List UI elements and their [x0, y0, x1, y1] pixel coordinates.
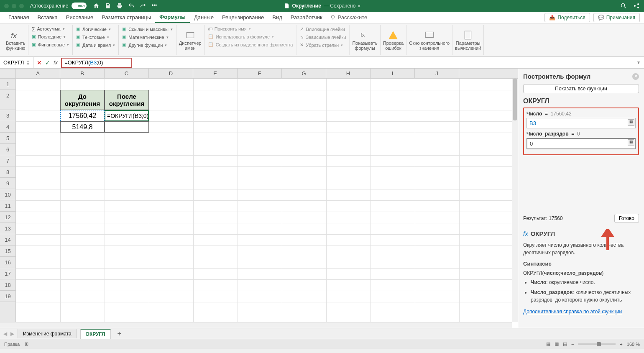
col-header-d[interactable]: D — [149, 69, 193, 78]
share-button[interactable]: 📤Поделиться — [544, 13, 590, 22]
recent-button[interactable]: ▣Последние — [31, 33, 70, 41]
vertical-scrollbar[interactable] — [512, 79, 518, 322]
define-name-button[interactable]: 🏷Присвоить имя — [207, 25, 294, 33]
spreadsheet-grid[interactable]: A B C D E F G H I J 1 2 3 4 5 6 7 8 9 10 — [0, 69, 518, 328]
name-box-dropdown-icon[interactable]: ▲▼ — [26, 60, 30, 66]
view-pagelayout-icon[interactable]: ▥ — [555, 341, 559, 347]
trace-dependents-button[interactable]: ↘Зависимые ячейки — [299, 33, 347, 41]
comments-button[interactable]: 💬Примечания — [593, 13, 640, 22]
scrollbar-thumb[interactable] — [513, 79, 517, 120]
formula-input[interactable]: =ОКРУГЛ(B3;0) — [61, 58, 132, 68]
range-picker-icon[interactable]: ▦ — [628, 139, 634, 146]
remove-arrows-button[interactable]: ✕Убрать стрелки — [299, 41, 347, 49]
tell-me[interactable]: Расскажите — [330, 14, 368, 20]
chevron-down-icon[interactable]: ▾ — [358, 4, 360, 8]
row-header[interactable]: 2 — [0, 90, 15, 110]
row-header[interactable]: 15 — [0, 246, 15, 257]
tab-insert[interactable]: Вставка — [33, 13, 61, 22]
name-manager-button[interactable]: Диспетчер имен — [176, 25, 204, 55]
enter-icon[interactable]: ✓ — [45, 59, 50, 66]
col-header-f[interactable]: F — [238, 69, 282, 78]
col-header-i[interactable]: I — [371, 69, 415, 78]
row-header[interactable]: 13 — [0, 223, 15, 234]
calc-options-button[interactable]: Параметры вычислений — [452, 25, 484, 55]
create-from-selection-button[interactable]: 📋Создать из выделенного фрагмента — [207, 41, 294, 49]
tab-review[interactable]: Рецензирование — [218, 13, 268, 22]
cell-c2[interactable]: После округления — [105, 90, 149, 110]
print-icon[interactable] — [116, 3, 123, 9]
insert-function-button[interactable]: fx Вставить функцию — [3, 25, 28, 55]
row-header[interactable]: 9 — [0, 178, 15, 189]
col-header-j[interactable]: J — [415, 69, 459, 78]
cell-b4[interactable]: 5149,8 — [60, 121, 105, 133]
cell-c4[interactable] — [105, 121, 149, 133]
zoom-in-icon[interactable]: + — [620, 342, 622, 347]
expand-formula-bar-icon[interactable]: ▼ — [636, 60, 641, 65]
row-header[interactable]: 14 — [0, 234, 15, 246]
zoom-level[interactable]: 160 % — [627, 342, 640, 347]
row-header[interactable]: 12 — [0, 212, 15, 223]
add-sheet-icon[interactable]: + — [114, 330, 125, 338]
tab-view[interactable]: Вид — [268, 13, 286, 22]
financial-button[interactable]: ▣Финансовые — [31, 41, 70, 49]
row-header[interactable]: 10 — [0, 189, 15, 200]
col-header-a[interactable]: A — [16, 69, 60, 78]
error-check-button[interactable]: Проверка ошибок — [381, 25, 406, 55]
close-icon[interactable]: ✕ — [632, 73, 639, 80]
arg1-input[interactable]: B3 — [526, 118, 636, 128]
range-picker-icon[interactable]: ▦ — [628, 119, 634, 126]
row-header[interactable]: 6 — [0, 144, 15, 155]
more-functions-button[interactable]: ▣Другие функции — [121, 41, 174, 49]
help-link[interactable]: Дополнительная справка по этой функции — [523, 308, 639, 315]
tab-home[interactable]: Главная — [4, 13, 33, 22]
save-icon[interactable] — [105, 3, 111, 9]
select-all-corner[interactable] — [0, 69, 16, 78]
use-in-formula-button[interactable]: 📋Использовать в формуле — [207, 33, 294, 41]
row-header[interactable]: 1 — [0, 79, 15, 90]
cancel-icon[interactable]: ✕ — [37, 59, 42, 66]
row-header[interactable]: 8 — [0, 166, 15, 178]
col-header-e[interactable]: E — [193, 69, 238, 78]
cell-b2[interactable]: До округления — [60, 90, 105, 110]
autosave-toggle[interactable]: ВКЛ. — [72, 3, 87, 9]
math-button[interactable]: ▣Математические — [121, 33, 174, 41]
row-header[interactable]: 3 — [0, 110, 15, 121]
prev-sheet-icon[interactable]: ◀ — [3, 331, 7, 337]
next-sheet-icon[interactable]: ▶ — [10, 331, 14, 337]
tab-pagelayout[interactable]: Разметка страницы — [97, 13, 155, 22]
done-button[interactable]: Готово — [614, 214, 639, 223]
arg2-input[interactable]: 0 — [526, 138, 636, 149]
show-formulas-button[interactable]: fx Показывать формулы — [350, 25, 380, 55]
sheet-tab[interactable]: ОКРУГЛ — [80, 329, 111, 339]
logical-button[interactable]: ▣Логические — [75, 25, 116, 33]
row-header[interactable]: 16 — [0, 257, 15, 268]
window-controls[interactable] — [4, 4, 24, 8]
tab-developer[interactable]: Разработчик — [286, 13, 327, 22]
row-header[interactable]: 7 — [0, 155, 15, 166]
watch-window-button[interactable]: Окно контрольного значения — [406, 25, 452, 55]
text-button[interactable]: ▣Текстовые — [75, 33, 116, 41]
redo-icon[interactable] — [140, 3, 146, 9]
row-header[interactable]: 18 — [0, 279, 15, 291]
row-header[interactable]: 4 — [0, 121, 15, 133]
undo-icon[interactable] — [128, 3, 135, 9]
row-header[interactable]: 17 — [0, 268, 15, 279]
col-header-g[interactable]: G — [282, 69, 326, 78]
horizontal-scrollbar[interactable] — [0, 322, 512, 328]
cell-c3[interactable]: =ОКРУГЛ(B3;0) — [105, 110, 149, 121]
search-icon[interactable] — [620, 3, 627, 9]
fx-icon[interactable]: fx — [54, 59, 58, 66]
more-icon[interactable]: ••• — [151, 3, 157, 9]
share-icon[interactable] — [633, 3, 640, 9]
zoom-out-icon[interactable]: − — [571, 342, 574, 347]
cells-area[interactable]: До округления После округления 17560,42 … — [16, 79, 518, 328]
name-box[interactable]: ОКРУГЛ ▲▼ — [0, 57, 33, 68]
tab-draw[interactable]: Рисование — [62, 13, 97, 22]
show-all-functions-button[interactable]: Показать все функции — [523, 84, 639, 93]
col-header-h[interactable]: H — [326, 69, 371, 78]
row-header[interactable]: 5 — [0, 133, 15, 144]
zoom-slider[interactable] — [578, 343, 616, 345]
autosum-button[interactable]: ∑Автосумма — [31, 25, 70, 33]
col-header-c[interactable]: C — [105, 69, 149, 78]
trace-precedents-button[interactable]: ↗Влияющие ячейки — [299, 25, 347, 33]
